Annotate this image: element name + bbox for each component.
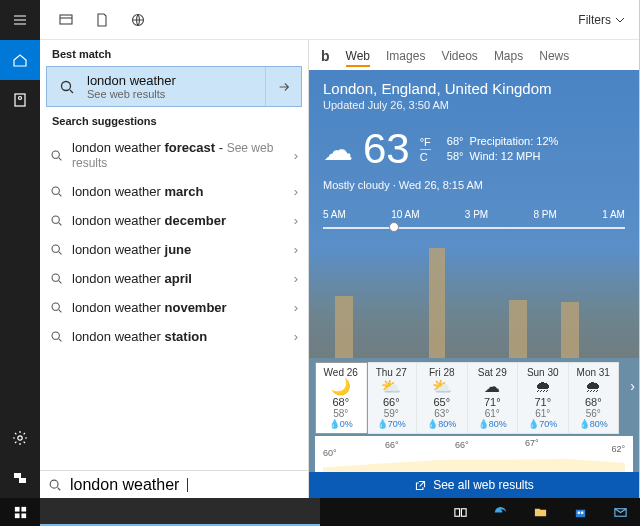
home-button[interactable] (0, 40, 40, 80)
updated-time: Updated July 26, 3:50 AM (309, 99, 639, 121)
weather-icon: ☁ (470, 378, 516, 396)
slider-thumb[interactable] (389, 222, 399, 232)
forecast-day[interactable]: Sat 29☁71°61°💧80% (468, 363, 519, 433)
see-all-results[interactable]: See all web results (309, 472, 639, 498)
svg-point-2 (18, 436, 22, 440)
svg-rect-3 (14, 473, 21, 478)
search-icon (50, 149, 72, 162)
chevron-right-icon: › (294, 329, 298, 344)
open-icon (414, 479, 427, 492)
forecast-next[interactable]: › (630, 378, 635, 394)
hour-slider[interactable]: 5 AM10 AM3 PM8 PM1 AM (323, 209, 625, 243)
search-box[interactable]: london weather (40, 470, 308, 498)
suggestions-heading: Search suggestions (40, 107, 308, 133)
suggestion-item[interactable]: london weather april› (40, 264, 308, 293)
best-match-title: london weather (87, 73, 265, 88)
suggestion-item[interactable]: london weather june› (40, 235, 308, 264)
tab-videos[interactable]: Videos (441, 49, 477, 63)
svg-point-1 (19, 97, 22, 100)
svg-rect-18 (14, 513, 19, 518)
unit-toggle[interactable]: °F C (420, 135, 431, 164)
suggestion-item[interactable]: london weather march› (40, 177, 308, 206)
search-icon (48, 478, 62, 492)
skyline-image (309, 248, 639, 358)
tab-news[interactable]: News (539, 49, 569, 63)
apps-scope-icon[interactable] (48, 0, 84, 40)
best-match-open[interactable] (265, 67, 301, 106)
svg-rect-4 (19, 478, 26, 483)
scope-bar: Filters (40, 0, 639, 40)
web-scope-icon[interactable] (120, 0, 156, 40)
lo-temp: 58° (447, 150, 464, 162)
svg-rect-17 (21, 506, 26, 511)
svg-point-11 (52, 245, 59, 252)
cortana-sidebar (0, 0, 40, 498)
suggestion-item[interactable]: london weather november› (40, 293, 308, 322)
feedback-button[interactable] (0, 458, 40, 498)
forecast-day[interactable]: Fri 28⛅65°63°💧80% (417, 363, 468, 433)
svg-rect-21 (461, 508, 466, 516)
search-icon (50, 330, 72, 343)
settings-button[interactable] (0, 418, 40, 458)
svg-point-14 (52, 332, 59, 339)
svg-rect-16 (14, 506, 19, 511)
current-temp: 63 (363, 125, 410, 173)
forecast-day[interactable]: Sun 30🌧71°61°💧70% (518, 363, 569, 433)
svg-point-15 (50, 480, 58, 488)
search-input-text: london weather (70, 476, 179, 494)
taskbar-search[interactable] (40, 498, 320, 526)
menu-button[interactable] (0, 0, 40, 40)
tab-web[interactable]: Web (346, 49, 370, 67)
svg-point-13 (52, 303, 59, 310)
condition-text: Mostly cloudy · Wed 26, 8:15 AM (309, 177, 639, 201)
svg-rect-20 (454, 508, 459, 516)
tab-maps[interactable]: Maps (494, 49, 523, 63)
weather-icon: ⛅ (369, 378, 415, 396)
search-icon (50, 214, 72, 227)
precip-value: 12% (536, 135, 558, 147)
wind-value: 12 MPH (501, 150, 541, 162)
search-icon (47, 79, 87, 95)
filters-label: Filters (578, 13, 611, 27)
weather-icon: 🌧 (520, 378, 566, 396)
chevron-right-icon: › (294, 184, 298, 199)
forecast-row: Wed 26🌙68°58°💧0%Thu 27⛅66°59°💧70%Fri 28⛅… (315, 362, 619, 434)
svg-rect-23 (580, 511, 582, 513)
svg-rect-5 (60, 15, 72, 24)
suggestion-item[interactable]: london weather december› (40, 206, 308, 235)
chevron-right-icon: › (294, 242, 298, 257)
search-icon (50, 243, 72, 256)
cloud-icon: ☁ (323, 132, 353, 167)
forecast-day[interactable]: Thu 27⛅66°59°💧70% (367, 363, 418, 433)
chevron-right-icon: › (294, 300, 298, 315)
chevron-right-icon: › (294, 213, 298, 228)
mail-icon[interactable] (600, 498, 640, 526)
edge-icon[interactable] (480, 498, 520, 526)
svg-rect-22 (577, 511, 579, 513)
best-match-item[interactable]: london weather See web results (46, 66, 302, 107)
suggestion-item[interactable]: london weather station› (40, 322, 308, 351)
svg-rect-19 (21, 513, 26, 518)
bing-logo: b (321, 48, 330, 64)
hi-temp: 68° (447, 135, 464, 147)
filters-dropdown[interactable]: Filters (578, 13, 631, 27)
store-icon[interactable] (560, 498, 600, 526)
svg-point-9 (52, 187, 59, 194)
location-title: London, England, United Kingdom (309, 70, 639, 99)
documents-scope-icon[interactable] (84, 0, 120, 40)
chevron-right-icon: › (294, 148, 298, 163)
notebook-button[interactable] (0, 80, 40, 120)
svg-point-7 (62, 81, 71, 90)
search-icon (50, 185, 72, 198)
chevron-right-icon: › (294, 271, 298, 286)
forecast-day[interactable]: Wed 26🌙68°58°💧0% (316, 363, 367, 433)
suggestion-item[interactable]: london weather forecast - See web result… (40, 133, 308, 177)
search-icon (50, 272, 72, 285)
svg-point-10 (52, 216, 59, 223)
forecast-day[interactable]: Mon 31🌧68°56°💧80% (569, 363, 619, 433)
tab-images[interactable]: Images (386, 49, 425, 63)
weather-card: London, England, United Kingdom Updated … (309, 70, 639, 498)
task-view-button[interactable] (440, 498, 480, 526)
explorer-icon[interactable] (520, 498, 560, 526)
start-button[interactable] (0, 498, 40, 526)
